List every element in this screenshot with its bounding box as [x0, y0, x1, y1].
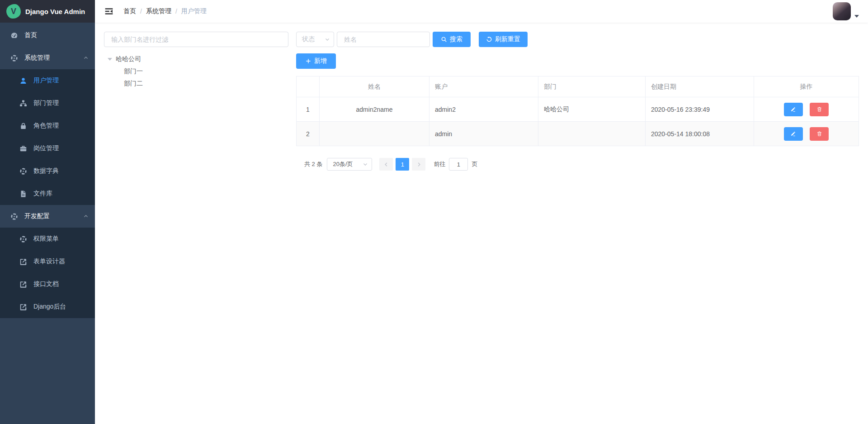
- tree-node-label: 哈哈公司: [116, 55, 141, 63]
- edit-button[interactable]: [784, 103, 803, 116]
- breadcrumb: 首页 / 系统管理 / 用户管理: [123, 7, 207, 15]
- sidebar-item-label: 岗位管理: [33, 144, 59, 152]
- goto-label: 前往: [434, 160, 445, 168]
- breadcrumb-item-home[interactable]: 首页: [123, 7, 136, 15]
- edit-icon: [790, 131, 796, 137]
- cell-index: 2: [297, 122, 320, 146]
- sidebar-item-files[interactable]: 文件库: [0, 182, 95, 205]
- sidebar-item-label: 角色管理: [33, 122, 59, 130]
- sidebar-item-departments[interactable]: 部门管理: [0, 92, 95, 114]
- chevron-right-icon: [416, 162, 421, 167]
- vue-logo-icon: V: [6, 4, 21, 19]
- cell-index: 1: [297, 97, 320, 122]
- breadcrumb-separator: /: [140, 8, 142, 15]
- user-menu[interactable]: [833, 2, 859, 20]
- sidebar-item-dictionary[interactable]: 数据字典: [0, 160, 95, 182]
- col-header-name: 姓名: [320, 76, 429, 97]
- tree-node-dept-1[interactable]: 部门一: [104, 65, 288, 77]
- chevron-down-icon: [363, 162, 368, 167]
- sidebar-item-permission-menu[interactable]: 权限菜单: [0, 228, 95, 250]
- settings-icon: [10, 212, 18, 220]
- external-link-icon: [19, 280, 27, 288]
- add-button[interactable]: 新增: [296, 53, 336, 69]
- col-header-index: [297, 76, 320, 97]
- sidebar-item-label: 接口文档: [33, 280, 59, 288]
- tree-node-label: 部门二: [124, 80, 143, 88]
- name-input[interactable]: [337, 32, 430, 47]
- sidebar-item-label: 开发配置: [24, 212, 50, 220]
- goto-page-input[interactable]: [449, 158, 468, 171]
- chevron-up-icon: [83, 55, 89, 61]
- breadcrumb-separator: /: [175, 8, 177, 15]
- table-row: 2 admin 2020-05-14 18:00:08: [297, 122, 859, 146]
- delete-button[interactable]: [810, 127, 829, 141]
- table-header-row: 姓名 账户 部门 创建日期 操作: [297, 76, 859, 97]
- sidebar-item-dev-config[interactable]: 开发配置: [0, 205, 95, 228]
- main-area: 首页 / 系统管理 / 用户管理 哈哈公司: [95, 0, 868, 424]
- page-number-button[interactable]: 1: [396, 158, 409, 171]
- sidebar-collapse-button[interactable]: [102, 4, 116, 19]
- refresh-icon: [486, 36, 492, 43]
- cell-actions: [754, 97, 859, 122]
- search-button-label: 搜索: [450, 35, 462, 43]
- page-content: 哈哈公司 部门一 部门二 状态: [95, 23, 868, 424]
- sidebar-item-system[interactable]: 系统管理: [0, 47, 95, 69]
- cell-created: 2020-05-16 23:39:49: [646, 97, 754, 122]
- goto-unit-label: 页: [472, 160, 477, 168]
- external-link-icon: [19, 257, 27, 266]
- breadcrumb-item-current: 用户管理: [181, 7, 207, 15]
- cell-dept: [538, 122, 646, 146]
- status-select-placeholder: 状态: [302, 35, 325, 43]
- search-button[interactable]: 搜索: [433, 32, 471, 47]
- sidebar-item-form-designer[interactable]: 表单设计器: [0, 250, 95, 273]
- breadcrumb-item-system[interactable]: 系统管理: [146, 7, 171, 15]
- reset-button[interactable]: 刷新重置: [479, 32, 528, 47]
- sidebar-item-roles[interactable]: 角色管理: [0, 114, 95, 137]
- delete-button[interactable]: [810, 103, 829, 116]
- edit-icon: [790, 106, 796, 112]
- sidebar-item-label: 文件库: [33, 190, 52, 198]
- sidebar: V Django Vue Admin 首页 系统管理: [0, 0, 95, 424]
- col-header-created: 创建日期: [646, 76, 754, 97]
- settings-icon: [10, 54, 18, 62]
- cell-name: [320, 122, 429, 146]
- cell-name: admin2name: [320, 97, 429, 122]
- tree-node-dept-2[interactable]: 部门二: [104, 77, 288, 90]
- settings-icon: [19, 235, 27, 243]
- department-panel: 哈哈公司 部门一 部门二: [104, 32, 288, 415]
- app-logo[interactable]: V Django Vue Admin: [0, 0, 95, 23]
- tree-expand-icon[interactable]: [108, 58, 112, 61]
- document-icon: [19, 190, 27, 198]
- navbar-right: [833, 2, 859, 20]
- dept-filter-input[interactable]: [104, 32, 288, 47]
- sidebar-item-users[interactable]: 用户管理: [0, 69, 95, 92]
- sidebar-item-home[interactable]: 首页: [0, 24, 95, 47]
- sidebar-item-posts[interactable]: 岗位管理: [0, 137, 95, 160]
- cell-dept: 哈哈公司: [538, 97, 646, 122]
- cell-created: 2020-05-14 18:00:08: [646, 122, 754, 146]
- sidebar-item-api-docs[interactable]: 接口文档: [0, 273, 95, 295]
- tree-node-company[interactable]: 哈哈公司: [104, 53, 288, 65]
- sidebar-item-label: 用户管理: [33, 76, 59, 85]
- plus-icon: [305, 58, 311, 64]
- user-avatar[interactable]: [833, 2, 851, 20]
- cell-account: admin2: [429, 97, 538, 122]
- sidebar-item-django-admin[interactable]: Django后台: [0, 295, 95, 318]
- trash-icon: [816, 106, 822, 112]
- org-tree-icon: [19, 99, 27, 107]
- user-table: 姓名 账户 部门 创建日期 操作 1 admin2name admin2 哈哈公: [296, 76, 859, 146]
- sidebar-item-label: 首页: [24, 31, 37, 39]
- page-size-select[interactable]: 20条/页: [327, 158, 372, 171]
- pagination-total: 共 2 条: [304, 160, 322, 168]
- navbar: 首页 / 系统管理 / 用户管理: [95, 0, 868, 23]
- lock-icon: [19, 122, 27, 130]
- edit-button[interactable]: [784, 127, 803, 141]
- next-page-button[interactable]: [412, 158, 425, 171]
- user-list-panel: 状态 搜索 刷新重置 新增: [296, 32, 859, 415]
- hamburger-icon: [104, 7, 113, 16]
- prev-page-button[interactable]: [379, 158, 393, 171]
- trash-icon: [816, 131, 822, 137]
- table-row: 1 admin2name admin2 哈哈公司 2020-05-16 23:3…: [297, 97, 859, 122]
- status-select[interactable]: 状态: [296, 32, 334, 47]
- sidebar-item-label: 部门管理: [33, 99, 59, 107]
